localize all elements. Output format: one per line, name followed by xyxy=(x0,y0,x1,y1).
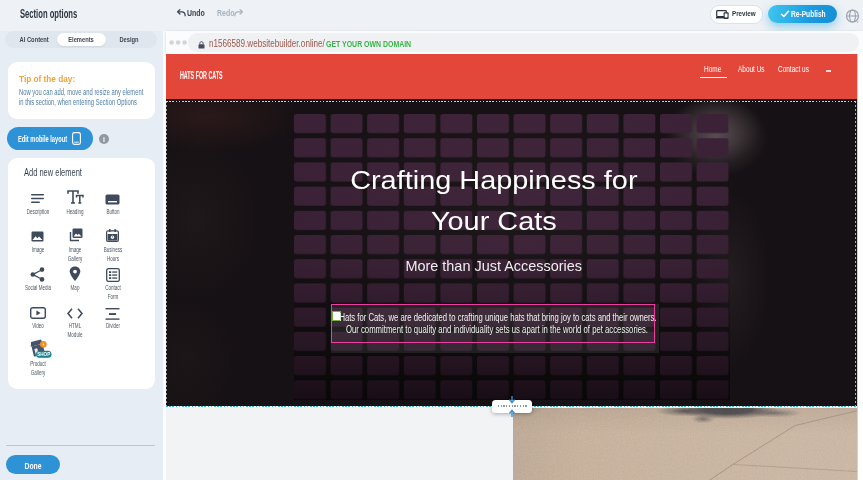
svg-text:SHOP: SHOP xyxy=(37,352,50,357)
